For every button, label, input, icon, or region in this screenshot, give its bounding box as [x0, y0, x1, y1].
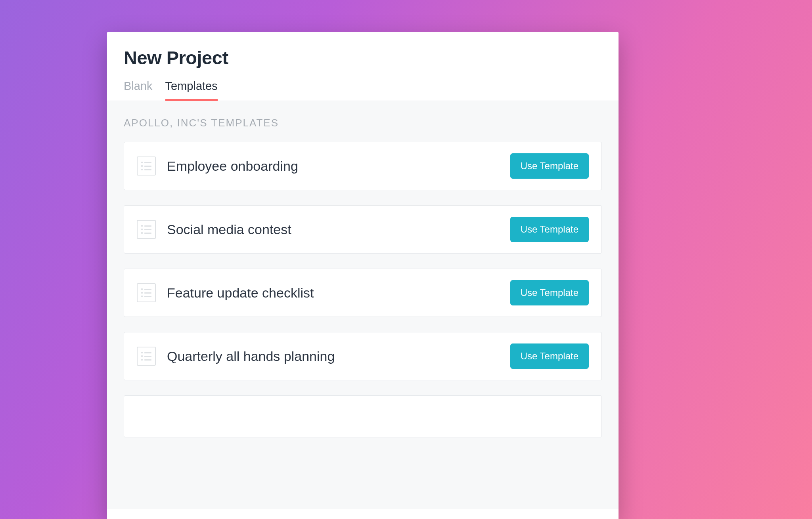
tab-templates[interactable]: Templates	[165, 80, 218, 101]
use-template-button[interactable]: Use Template	[510, 280, 589, 305]
use-template-button[interactable]: Use Template	[510, 343, 589, 369]
list-icon	[137, 347, 156, 366]
template-name: Social media contest	[167, 222, 510, 237]
list-icon	[137, 220, 156, 239]
tabs-bar: Blank Templates	[107, 80, 619, 101]
template-row: Social media contest Use Template	[124, 205, 602, 254]
template-row: Feature update checklist Use Template	[124, 269, 602, 317]
template-name: Feature update checklist	[167, 285, 510, 301]
template-name: Quarterly all hands planning	[167, 349, 510, 364]
templates-panel: Apollo, Inc's Templates Employee onboard…	[107, 101, 619, 509]
tab-blank[interactable]: Blank	[124, 80, 153, 101]
template-name: Employee onboarding	[167, 158, 510, 174]
list-icon	[137, 156, 156, 176]
new-project-modal: New Project Blank Templates Apollo, Inc'…	[107, 32, 619, 519]
template-row: Employee onboarding Use Template	[124, 142, 602, 190]
template-row	[124, 395, 602, 437]
use-template-button[interactable]: Use Template	[510, 217, 589, 242]
modal-title: New Project	[124, 47, 602, 69]
template-row: Quarterly all hands planning Use Templat…	[124, 332, 602, 380]
modal-header: New Project	[107, 32, 619, 69]
section-heading: Apollo, Inc's Templates	[124, 117, 602, 129]
use-template-button[interactable]: Use Template	[510, 153, 589, 179]
list-icon	[137, 283, 156, 302]
